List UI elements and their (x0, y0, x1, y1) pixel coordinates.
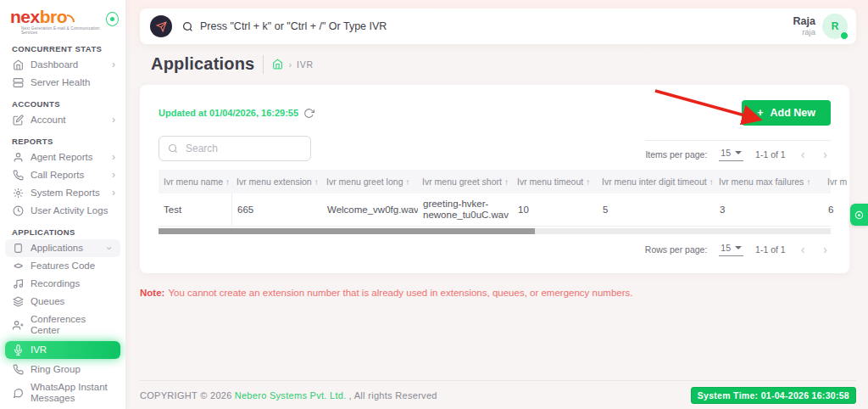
sort-asc-icon: ↑ (225, 177, 230, 187)
prev-page-button[interactable]: ‹ (798, 148, 809, 161)
section-header-applications: APPLICATIONS (0, 220, 125, 239)
table-row: Test 665 Welcome_vw0fg.wav greeting-hvke… (159, 193, 831, 227)
col-ivr-menu-name[interactable]: Ivr menu name↑ (159, 170, 231, 193)
col-ivr-menu-greet-short[interactable]: Ivr menu greet short↑ (417, 170, 512, 193)
sort-asc-icon: ↑ (504, 177, 509, 187)
title-divider (263, 55, 264, 74)
logo-text-left: nex (10, 7, 40, 26)
brand-logo: nexbro Next Generation E-mail & Communic… (10, 8, 106, 35)
sidebar-item-conferences-center[interactable]: Conferences Center (0, 311, 125, 339)
sidebar-item-agent-reports[interactable]: Agent Reports › (0, 148, 125, 166)
sidebar-item-applications[interactable]: Applications › (5, 239, 120, 257)
sidebar-item-system-reports[interactable]: System Reports › (0, 184, 125, 202)
chevron-right-icon: › (112, 59, 115, 70)
sort-asc-icon: ↑ (314, 177, 319, 187)
ivr-table-card: Updated at 01/04/2026, 16:29:55 + Add Ne… (140, 85, 849, 273)
table-search-input[interactable] (184, 142, 302, 155)
user-menu[interactable]: Raja raja (793, 16, 815, 36)
rows-per-page-label: Rows per page: (645, 244, 708, 255)
settings-fab[interactable] (850, 204, 868, 226)
sidebar-item-recordings[interactable]: Recordings (0, 275, 125, 293)
app-root: nexbro Next Generation E-mail & Communic… (0, 0, 868, 409)
items-per-page-select[interactable]: 15 (719, 148, 743, 161)
company-link[interactable]: Nebero Systems Pvt. Ltd. (235, 390, 347, 401)
sidebar-item-whatsapp-instant-messages[interactable]: WhatsApp Instant Messages (0, 378, 125, 407)
page-head: Applications › IVR (151, 54, 314, 74)
sidebar-item-server-health[interactable]: Server Health (0, 74, 125, 92)
brand-tagline: Next Generation E-mail & Communication S… (10, 26, 106, 35)
note-text: Note:You cannot create an extension numb… (140, 288, 632, 298)
prev-page-button[interactable]: ‹ (798, 243, 809, 256)
breadcrumb-separator: › (288, 59, 292, 70)
breadcrumb: › IVR (272, 59, 314, 70)
phone-icon (12, 170, 24, 181)
user-name: Raja (793, 16, 815, 27)
rows-range: 1-1 of 1 (755, 244, 786, 255)
next-page-button[interactable]: › (820, 148, 831, 161)
sidebar-item-dashboard[interactable]: Dashboard › (0, 56, 125, 74)
sidebar: nexbro Next Generation E-mail & Communic… (0, 0, 126, 409)
table-header-row: Ivr menu name↑ Ivr menu extension↑ Ivr m… (159, 170, 831, 193)
phone-ring-icon (12, 364, 24, 375)
sidebar-pin-toggle[interactable] (106, 12, 119, 26)
pagination-bottom: Rows per page: 15 1-1 of 1 ‹ › (645, 243, 831, 256)
sidebar-item-account[interactable]: Account › (0, 111, 125, 129)
music-icon (12, 278, 24, 289)
page-range: 1-1 of 1 (755, 149, 786, 160)
target-icon (854, 210, 864, 220)
sidebar-item-call-reports[interactable]: Call Reports › (0, 166, 125, 184)
gear-icon (12, 188, 24, 199)
online-status-dot (840, 31, 849, 40)
chevron-down-icon: › (103, 247, 114, 250)
caret-down-icon (735, 246, 742, 249)
cell-extension: 665 (232, 193, 322, 226)
sidebar-item-queues[interactable]: Queues (0, 293, 125, 311)
horizontal-scrollbar[interactable] (159, 228, 831, 234)
cell-timeout: 10 (513, 193, 598, 226)
breadcrumb-home-icon[interactable] (272, 59, 283, 70)
home-icon (12, 59, 24, 70)
rows-per-page-select[interactable]: 15 (719, 243, 743, 256)
caret-down-icon (735, 151, 742, 154)
rights-text: , All rights Reserved (349, 390, 437, 401)
chevron-right-icon: › (112, 170, 115, 181)
col-ivr-m-truncated[interactable]: Ivr m (822, 170, 849, 193)
avatar[interactable]: R (822, 14, 848, 39)
cell-greet-short: greeting-hvker-newone_tu0uC.wav (418, 193, 513, 226)
cell-greet-long: Welcome_vw0fg.wav (322, 193, 418, 226)
section-header-accounts: ACCOUNTS (0, 92, 125, 111)
col-ivr-menu-timeout[interactable]: Ivr menu timeout↑ (512, 170, 597, 193)
updated-at: Updated at 01/04/2026, 16:29:55 (159, 108, 314, 119)
refresh-icon[interactable] (303, 108, 314, 119)
col-ivr-menu-extension[interactable]: Ivr menu extension↑ (231, 170, 321, 193)
logo-text-right: bro (40, 7, 67, 26)
sidebar-item-ivr[interactable]: IVR (5, 341, 120, 359)
cell-inter-digit-timeout: 5 (598, 193, 715, 226)
edit-icon (12, 115, 24, 126)
global-search-input[interactable] (198, 20, 793, 33)
chevron-right-icon: › (112, 152, 115, 163)
chevron-right-icon: › (112, 188, 115, 199)
col-ivr-menu-max-failures[interactable]: Ivr menu max failures↑ (714, 170, 822, 193)
col-ivr-menu-inter-digit-timeout[interactable]: Ivr menu inter digit timeout↑ (597, 170, 714, 193)
cell-max-failures: 3 (715, 193, 823, 226)
items-per-page-label: Items per page: (645, 149, 707, 160)
topbar: Raja raja R (140, 8, 856, 44)
clock-icon (12, 205, 24, 216)
sidebar-item-user-activity-logs[interactable]: User Activity Logs (0, 202, 125, 220)
server-icon (12, 77, 24, 88)
scrollbar-thumb[interactable] (159, 228, 535, 234)
copyright-text: COPYRIGHT © 2026 (140, 390, 232, 401)
next-page-button[interactable]: › (820, 243, 831, 256)
search-icon (182, 21, 193, 32)
sidebar-item-ring-group[interactable]: Ring Group (0, 361, 125, 378)
sidebar-item-features-code[interactable]: <> Features Code (0, 257, 125, 275)
col-ivr-menu-greet-long[interactable]: Ivr menu greet long↑ (321, 170, 417, 193)
sort-asc-icon: ↑ (709, 177, 714, 187)
ivr-table: Ivr menu name↑ Ivr menu extension↑ Ivr m… (159, 170, 831, 234)
footer: COPYRIGHT © 2026 Nebero Systems Pvt. Ltd… (140, 380, 856, 409)
add-new-button[interactable]: + Add New (742, 100, 831, 126)
user-handle: raja (793, 27, 815, 36)
sort-asc-icon: ↑ (586, 177, 590, 187)
sort-asc-icon: ↑ (405, 177, 409, 187)
